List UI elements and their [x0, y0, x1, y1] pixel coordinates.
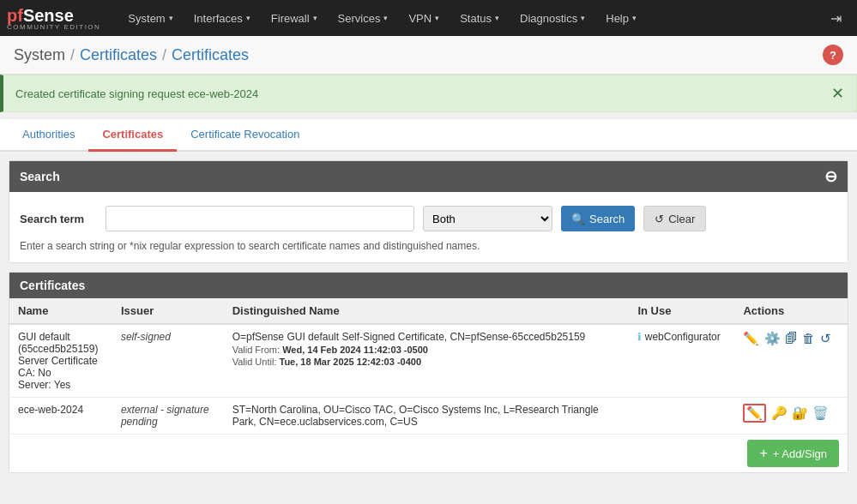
search-button[interactable]: 🔍 Search [561, 206, 635, 231]
chevron-down-icon: ▾ [169, 14, 173, 22]
cert-valid-until-date: Tue, 18 Mar 2025 12:42:03 -0400 [280, 357, 422, 367]
chevron-down-icon: ▾ [435, 14, 439, 22]
breadcrumb-certificates-2[interactable]: Certificates [172, 46, 249, 64]
nav-diagnostics[interactable]: Diagnostics ▾ [510, 0, 595, 36]
cert-inuse-cell [629, 398, 734, 435]
tab-authorities[interactable]: Authorities [9, 119, 88, 152]
nav-menu: System ▾ Interfaces ▾ Firewall ▾ Service… [118, 0, 822, 36]
search-term-label: Search term [20, 213, 97, 225]
info-icon[interactable]: ℹ [637, 331, 642, 343]
cert-dn-cell: O=pfSense GUI default Self-Signed Certif… [224, 324, 630, 398]
clear-button[interactable]: ↺ Clear [643, 206, 706, 231]
brand-logo: pf Sense COMMUNITY EDITION [7, 6, 100, 31]
search-icon: 🔍 [571, 213, 585, 225]
table-row: ece-web-2024 external - signaturepending… [9, 398, 848, 435]
cert-dn-valid-until: Valid Until: Tue, 18 Mar 2025 12:42:03 -… [232, 357, 621, 367]
col-inuse: In Use [629, 298, 734, 324]
search-section-header: Search ⊖ [9, 161, 848, 192]
breadcrumb-system: System [14, 46, 65, 64]
nav-status[interactable]: Status ▾ [450, 0, 510, 36]
cert-ca: CA: No [18, 367, 104, 379]
export-icon[interactable]: 🔑 [771, 405, 788, 421]
nav-system[interactable]: System ▾ [118, 0, 183, 36]
breadcrumb-bar: System / Certificates / Certificates ? [0, 36, 857, 75]
chevron-down-icon: ▾ [313, 14, 317, 22]
nav-vpn[interactable]: VPN ▾ [398, 0, 450, 36]
cert-actions-cell: ✏️ ⚙️ 🗐 🗑 ↺ [734, 324, 848, 398]
table-row: GUI default (65cced5b25159) Server Certi… [9, 324, 848, 398]
cert-name-main: GUI default [18, 331, 104, 343]
cert-id: (65cced5b25159) [18, 343, 104, 355]
chevron-down-icon: ▾ [495, 14, 499, 22]
cert-valid-from-date: Wed, 14 Feb 2024 11:42:03 -0500 [282, 345, 428, 355]
breadcrumb-certificates-1[interactable]: Certificates [80, 46, 157, 64]
search-section-body: Search term Both Name Distinguished Name… [9, 192, 848, 262]
nav-help[interactable]: Help ▾ [595, 0, 647, 36]
table-header-row: Name Issuer Distinguished Name In Use Ac… [9, 298, 848, 324]
search-hint: Enter a search string or *nix regular ex… [20, 237, 837, 254]
tab-certificate-revocation[interactable]: Certificate Revocation [177, 119, 313, 152]
chevron-down-icon: ▾ [246, 14, 250, 22]
alert-close-button[interactable]: ✕ [831, 84, 844, 103]
chevron-down-icon: ▾ [581, 14, 585, 22]
nav-firewall[interactable]: Firewall ▾ [261, 0, 328, 36]
edit-highlighted-icon[interactable]: ✏️ [743, 404, 766, 423]
cert-actions-cell: ✏️ 🔑 🔐 🗑️ [734, 398, 848, 435]
col-name: Name [9, 298, 112, 324]
search-row: Search term Both Name Distinguished Name… [20, 201, 837, 237]
cert-dn-valid-from: Valid From: Wed, 14 Feb 2024 11:42:03 -0… [232, 345, 621, 355]
cert-dn-main: O=pfSense GUI default Self-Signed Certif… [232, 331, 621, 343]
col-dn: Distinguished Name [224, 298, 630, 324]
cert-issuer-cell: self-signed [112, 324, 224, 398]
breadcrumb: System / Certificates / Certificates [14, 46, 249, 64]
delete-icon[interactable]: 🗑️ [812, 405, 829, 421]
add-sign-button[interactable]: + + Add/Sign [747, 440, 839, 467]
chevron-down-icon: ▾ [632, 14, 637, 22]
cert-inuse-cell: ℹ webConfigurator [629, 324, 734, 398]
refresh-icon[interactable]: ↺ [820, 331, 831, 346]
cert-dn-main: ST=North Carolina, OU=Cisco TAC, O=Cisco… [232, 404, 621, 428]
certificates-table: Name Issuer Distinguished Name In Use Ac… [9, 298, 848, 434]
cert-inuse: ℹ webConfigurator [637, 331, 720, 343]
cert-type: Server Certificate [18, 355, 104, 367]
tab-certificates[interactable]: Certificates [88, 119, 177, 152]
search-input[interactable] [106, 206, 414, 231]
search-type-select[interactable]: Both Name Distinguished Name [423, 206, 552, 231]
chevron-down-icon: ▾ [383, 14, 388, 22]
cert-name-main: ece-web-2024 [18, 404, 104, 416]
cert-issuer: self-signed [121, 331, 171, 343]
col-actions: Actions [734, 298, 848, 324]
renew-icon[interactable]: 🗑 [802, 331, 815, 345]
col-issuer: Issuer [112, 298, 224, 324]
brand-community: COMMUNITY EDITION [7, 23, 100, 31]
help-button[interactable]: ? [823, 45, 843, 65]
cert-issuer: external - signaturepending [121, 404, 209, 428]
alert-message: Created certificate signing request ece-… [15, 87, 258, 100]
nav-interfaces[interactable]: Interfaces ▾ [184, 0, 261, 36]
certificates-section-header: Certificates [9, 273, 848, 298]
cert-name-cell: ece-web-2024 [9, 398, 112, 435]
gear-icon[interactable]: ⚙️ [764, 331, 781, 346]
cert-server: Server: Yes [18, 379, 104, 391]
edit-icon[interactable]: ✏️ [743, 331, 759, 346]
cert-name-cell: GUI default (65cced5b25159) Server Certi… [9, 324, 112, 398]
logout-button[interactable]: ⇥ [822, 10, 850, 27]
add-sign-bar: + + Add/Sign [9, 434, 848, 472]
nav-services[interactable]: Services ▾ [328, 0, 399, 36]
copy-icon[interactable]: 🗐 [785, 331, 798, 345]
refresh-icon: ↺ [655, 213, 664, 225]
navbar: pf Sense COMMUNITY EDITION System ▾ Inte… [0, 0, 857, 36]
collapse-icon[interactable]: ⊖ [824, 167, 837, 186]
plus-icon: + [759, 446, 767, 461]
search-section: Search ⊖ Search term Both Name Distingui… [9, 160, 848, 263]
alert-success: Created certificate signing request ece-… [0, 75, 857, 112]
key-icon[interactable]: 🔐 [792, 405, 808, 421]
cert-dn-cell: ST=North Carolina, OU=Cisco TAC, O=Cisco… [224, 398, 630, 435]
cert-issuer-cell: external - signaturepending [112, 398, 224, 435]
certificates-section: Certificates Name Issuer Distinguished N… [9, 272, 848, 473]
tabs-bar: Authorities Certificates Certificate Rev… [0, 119, 857, 152]
